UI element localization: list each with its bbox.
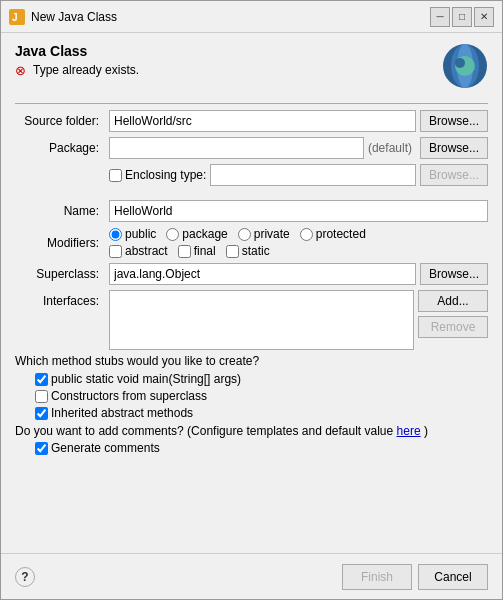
error-row: ⊗ Type already exists. <box>15 63 139 77</box>
header-section: Java Class ⊗ Type already exists. <box>15 43 488 89</box>
remove-interface-button[interactable]: Remove <box>418 316 488 338</box>
superclass-browse-button[interactable]: Browse... <box>420 263 488 285</box>
close-button[interactable]: ✕ <box>474 7 494 27</box>
generate-comments-row: Generate comments <box>15 441 488 455</box>
header-left: Java Class ⊗ Type already exists. <box>15 43 139 77</box>
maximize-button[interactable]: □ <box>452 7 472 27</box>
inherited-abstract-label: Inherited abstract methods <box>51 406 193 420</box>
main-method-checkbox[interactable] <box>35 373 48 386</box>
error-icon: ⊗ <box>15 63 29 77</box>
package-row: Package: (default) Browse... <box>15 137 488 159</box>
modifiers-section: public package private protected <box>109 227 488 258</box>
enclosing-type-input[interactable] <box>210 164 416 186</box>
modifiers-row: Modifiers: public package pr <box>15 227 488 258</box>
interfaces-list[interactable] <box>109 290 414 350</box>
final-checkbox-label[interactable]: final <box>178 244 216 258</box>
bottom-buttons: Finish Cancel <box>342 564 488 590</box>
interfaces-buttons: Add... Remove <box>418 290 488 338</box>
public-radio[interactable] <box>109 228 122 241</box>
source-folder-browse-button[interactable]: Browse... <box>420 110 488 132</box>
dialog-content: Java Class ⊗ Type already exists. Source… <box>1 33 502 553</box>
constructors-label: Constructors from superclass <box>51 389 207 403</box>
protected-radio-label[interactable]: protected <box>300 227 366 241</box>
enclosing-type-browse-button[interactable]: Browse... <box>420 164 488 186</box>
title-controls: ─ □ ✕ <box>430 7 494 27</box>
abstract-checkbox-label[interactable]: abstract <box>109 244 168 258</box>
source-folder-label: Source folder: <box>15 110 105 132</box>
add-interface-button[interactable]: Add... <box>418 290 488 312</box>
interfaces-row: Interfaces: Add... Remove <box>15 290 488 350</box>
svg-text:J: J <box>12 12 18 23</box>
enclosing-type-label: Enclosing type: <box>125 168 206 182</box>
constructors-checkbox-label[interactable]: Constructors from superclass <box>35 389 488 403</box>
spacer1 <box>15 191 488 195</box>
eclipse-logo <box>442 43 488 89</box>
interfaces-label: Interfaces: <box>15 290 105 309</box>
finish-button[interactable]: Finish <box>342 564 412 590</box>
comments-question: Do you want to add comments? (Configure … <box>15 424 393 438</box>
separator-top <box>15 103 488 104</box>
package-label: package <box>182 227 227 241</box>
final-label: final <box>194 244 216 258</box>
generate-comments-checkbox-label[interactable]: Generate comments <box>35 441 488 455</box>
default-package-label: (default) <box>368 137 412 159</box>
form-grid: Source folder: Browse... Package: (defau… <box>15 110 488 350</box>
abstract-label: abstract <box>125 244 168 258</box>
bottom-bar: ? Finish Cancel <box>1 553 502 599</box>
enclosing-type-checkbox-label[interactable]: Enclosing type: <box>109 168 206 182</box>
package-radio-label[interactable]: package <box>166 227 227 241</box>
superclass-input[interactable] <box>109 263 416 285</box>
package-radio[interactable] <box>166 228 179 241</box>
header-title: Java Class <box>15 43 139 59</box>
stubs-title: Which method stubs would you like to cre… <box>15 354 488 368</box>
main-method-label: public static void main(String[] args) <box>51 372 241 386</box>
inherited-abstract-checkbox[interactable] <box>35 407 48 420</box>
package-label: Package: <box>15 137 105 159</box>
superclass-row: Superclass: Browse... <box>15 263 488 285</box>
package-input[interactable] <box>109 137 364 159</box>
dialog-title: New Java Class <box>31 10 117 24</box>
name-input[interactable] <box>109 200 488 222</box>
static-checkbox[interactable] <box>226 245 239 258</box>
modifiers-label: Modifiers: <box>15 232 105 254</box>
new-java-class-dialog: J New Java Class ─ □ ✕ Java Class ⊗ Type… <box>0 0 503 600</box>
protected-radio[interactable] <box>300 228 313 241</box>
cancel-button[interactable]: Cancel <box>418 564 488 590</box>
title-bar-left: J New Java Class <box>9 9 117 25</box>
dialog-icon: J <box>9 9 25 25</box>
stubs-options: public static void main(String[] args) C… <box>15 372 488 420</box>
constructors-checkbox[interactable] <box>35 390 48 403</box>
static-checkbox-label[interactable]: static <box>226 244 270 258</box>
main-method-checkbox-label[interactable]: public static void main(String[] args) <box>35 372 488 386</box>
generate-comments-checkbox[interactable] <box>35 442 48 455</box>
comments-paren: ) <box>424 424 428 438</box>
title-bar: J New Java Class ─ □ ✕ <box>1 1 502 33</box>
comments-section: Do you want to add comments? (Configure … <box>15 424 488 455</box>
package-browse-button[interactable]: Browse... <box>420 137 488 159</box>
source-folder-row: Source folder: Browse... <box>15 110 488 132</box>
public-label: public <box>125 227 156 241</box>
private-radio-label[interactable]: private <box>238 227 290 241</box>
private-label: private <box>254 227 290 241</box>
protected-label: protected <box>316 227 366 241</box>
svg-point-6 <box>455 58 465 68</box>
access-modifiers-row: public package private protected <box>109 227 488 241</box>
minimize-button[interactable]: ─ <box>430 7 450 27</box>
stubs-section: Which method stubs would you like to cre… <box>15 354 488 420</box>
public-radio-label[interactable]: public <box>109 227 156 241</box>
inherited-abstract-checkbox-label[interactable]: Inherited abstract methods <box>35 406 488 420</box>
comments-link[interactable]: here <box>397 424 421 438</box>
superclass-label: Superclass: <box>15 263 105 285</box>
source-folder-input[interactable] <box>109 110 416 132</box>
name-row: Name: <box>15 200 488 222</box>
generate-comments-label: Generate comments <box>51 441 160 455</box>
help-button[interactable]: ? <box>15 567 35 587</box>
final-checkbox[interactable] <box>178 245 191 258</box>
error-text: Type already exists. <box>33 63 139 77</box>
enclosing-type-checkbox[interactable] <box>109 169 122 182</box>
name-label: Name: <box>15 200 105 222</box>
abstract-checkbox[interactable] <box>109 245 122 258</box>
enclosing-type-row: Enclosing type: Browse... <box>15 164 488 186</box>
private-radio[interactable] <box>238 228 251 241</box>
other-modifiers-row: abstract final static <box>109 244 488 258</box>
